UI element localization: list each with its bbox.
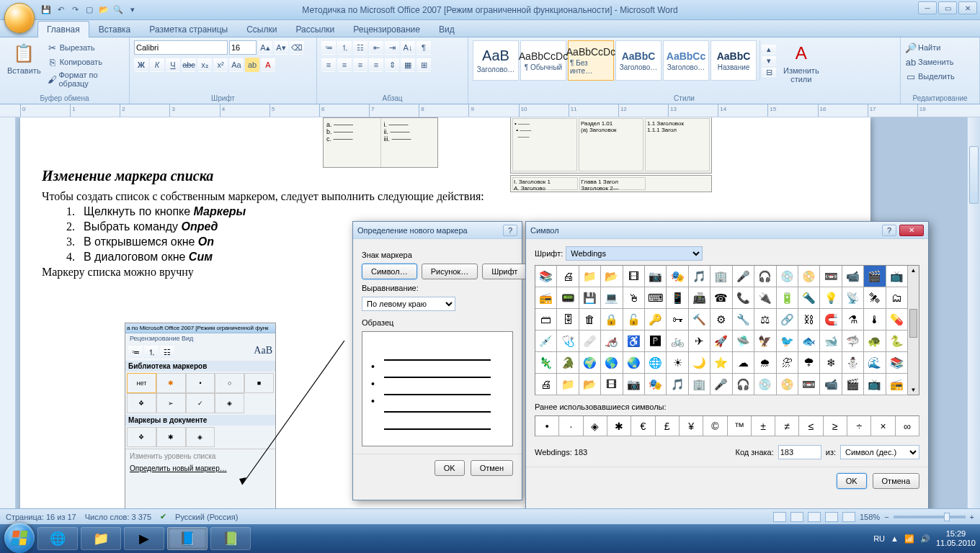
- italic-button[interactable]: К: [150, 58, 164, 72]
- superscript-button[interactable]: x²: [213, 58, 228, 72]
- page-status[interactable]: Страница: 16 из 17: [6, 513, 76, 521]
- multilevel-button[interactable]: ☷: [353, 40, 368, 55]
- cut-button[interactable]: ✂Вырезать: [47, 42, 125, 53]
- strike-button[interactable]: abc: [182, 58, 196, 72]
- tab-mailings[interactable]: Рассылки: [286, 21, 344, 37]
- font-name[interactable]: [134, 40, 228, 55]
- case-button[interactable]: Aa: [229, 58, 244, 72]
- symbol-grid[interactable]: 📚🖨📁📂🎞📷🎭🎵🏢🎤🎧💿📀📼📹🎬📺📻📟💾💻🖱⌨📱📠☎📞🔌🔋🔦💡📡🛰🗂🗃🗄🗑🔒🔓🔑…: [535, 265, 908, 395]
- cancel-button[interactable]: Отмена: [873, 473, 919, 489]
- show-marks-button[interactable]: ¶: [416, 40, 431, 55]
- close-icon[interactable]: ✕: [899, 225, 924, 236]
- taskbar-media[interactable]: ▶: [124, 527, 164, 550]
- indent-button[interactable]: ⇥: [385, 40, 399, 55]
- grow-font-button[interactable]: A▴: [258, 40, 272, 55]
- select-button[interactable]: ▭Выделить: [905, 71, 955, 82]
- help-icon[interactable]: ?: [882, 225, 896, 236]
- zoom-value[interactable]: 158%: [860, 513, 880, 521]
- print-layout-view[interactable]: [773, 512, 786, 522]
- font-color-button[interactable]: A: [261, 58, 275, 72]
- code-input[interactable]: [778, 445, 821, 459]
- highlight-button[interactable]: ab: [245, 58, 259, 72]
- change-styles-button[interactable]: A Изменить стили: [780, 40, 822, 85]
- web-layout-view[interactable]: [808, 512, 821, 522]
- help-icon[interactable]: ?: [503, 225, 517, 236]
- font-button[interactable]: Шрифт: [482, 264, 527, 279]
- new-icon[interactable]: ▢: [84, 4, 95, 16]
- tray-volume-icon[interactable]: 🔊: [920, 534, 930, 544]
- ok-button[interactable]: OK: [435, 460, 465, 476]
- save-icon[interactable]: 💾: [40, 4, 52, 16]
- picture-button[interactable]: Рисунок…: [422, 264, 478, 279]
- clock[interactable]: 15:2911.05.2010: [936, 529, 976, 548]
- grid-scrollbar[interactable]: ▲ ▼: [908, 265, 919, 395]
- styles-gallery[interactable]: AaBЗаголово… AaBbCcDc¶ Обычный AaBbCcDc¶…: [473, 40, 757, 81]
- vertical-ruler[interactable]: [0, 117, 16, 524]
- style-item[interactable]: AaBЗаголово…: [473, 40, 519, 81]
- dialog-titlebar[interactable]: Определение нового маркера ?: [353, 222, 522, 239]
- office-button[interactable]: [4, 3, 35, 33]
- word-count[interactable]: Число слов: 3 375: [85, 513, 151, 521]
- style-item[interactable]: AaBbCНазвание: [710, 40, 757, 81]
- cancel-button[interactable]: Отмен: [471, 460, 513, 476]
- open-icon[interactable]: 📂: [98, 4, 110, 16]
- align-left-button[interactable]: ≡: [321, 58, 336, 72]
- tab-layout[interactable]: Разметка страницы: [140, 21, 237, 37]
- from-select[interactable]: Символ (дес.): [840, 445, 919, 459]
- outline-view[interactable]: [825, 512, 838, 522]
- bold-button[interactable]: Ж: [134, 58, 148, 72]
- paste-button[interactable]: 📋 Вставить: [4, 40, 44, 76]
- taskbar-excel[interactable]: 📗: [210, 527, 251, 550]
- tab-insert[interactable]: Вставка: [89, 21, 141, 37]
- draft-view[interactable]: [842, 512, 855, 522]
- redo-icon[interactable]: ↷: [69, 4, 81, 16]
- tray-network-icon[interactable]: 📶: [904, 534, 914, 544]
- tray-flag-icon[interactable]: ▲: [891, 534, 899, 543]
- alignment-select[interactable]: По левому краю: [362, 297, 455, 311]
- horizontal-ruler[interactable]: 0123456789101112131415161718: [0, 104, 980, 117]
- minimize-button[interactable]: ─: [918, 1, 937, 14]
- zoom-out-icon[interactable]: −: [884, 513, 888, 521]
- full-screen-view[interactable]: [790, 512, 803, 522]
- shading-button[interactable]: ▦: [401, 58, 415, 72]
- gallery-down-icon[interactable]: ▾: [762, 55, 776, 66]
- taskbar-explorer[interactable]: 📁: [81, 527, 121, 550]
- sort-button[interactable]: A↓: [401, 40, 415, 55]
- font-size[interactable]: [229, 40, 257, 55]
- style-item[interactable]: AaBbCcЗаголово…: [663, 40, 709, 81]
- tab-view[interactable]: Вид: [429, 21, 464, 37]
- scroll-thumb[interactable]: [969, 146, 979, 204]
- align-right-button[interactable]: ≡: [353, 58, 368, 72]
- bullets-button[interactable]: ≔: [321, 40, 336, 55]
- recent-symbols[interactable]: •·◈✱€£¥©™±≠≤≥÷×∞: [535, 415, 919, 436]
- maximize-button[interactable]: ▭: [938, 1, 957, 14]
- tab-home[interactable]: Главная: [37, 21, 89, 37]
- tab-review[interactable]: Рецензирование: [344, 21, 429, 37]
- dialog-titlebar[interactable]: Символ ? ✕: [526, 222, 928, 239]
- copy-button[interactable]: ⎘Копировать: [47, 56, 125, 68]
- justify-button[interactable]: ≡: [369, 58, 383, 72]
- start-button[interactable]: [4, 523, 35, 553]
- find-button[interactable]: 🔎Найти: [905, 42, 940, 53]
- format-painter-button[interactable]: 🖌Формат по образцу: [47, 71, 125, 88]
- qat-menu-icon[interactable]: ▾: [127, 4, 138, 16]
- borders-button[interactable]: ⊞: [416, 58, 431, 72]
- underline-button[interactable]: Ч: [166, 58, 180, 72]
- gallery-up-icon[interactable]: ▴: [762, 44, 776, 54]
- outdent-button[interactable]: ⇤: [369, 40, 383, 55]
- gallery-more-icon[interactable]: ⊟: [762, 67, 776, 77]
- symbol-button[interactable]: Символ…: [362, 264, 417, 279]
- zoom-in-icon[interactable]: +: [970, 513, 974, 521]
- shrink-font-button[interactable]: A▾: [274, 40, 288, 55]
- zoom-slider[interactable]: [894, 516, 966, 518]
- style-item[interactable]: AaBbCcDc¶ Обычный: [520, 40, 566, 81]
- clear-format-button[interactable]: ⌫: [290, 40, 304, 55]
- preview-icon[interactable]: 🔍: [112, 4, 124, 16]
- numbering-button[interactable]: ⒈: [337, 40, 352, 55]
- align-center-button[interactable]: ≡: [337, 58, 352, 72]
- font-select[interactable]: Webdings: [566, 246, 703, 261]
- taskbar-word[interactable]: 📘: [167, 527, 208, 550]
- subscript-button[interactable]: x₂: [197, 58, 212, 72]
- undo-icon[interactable]: ↶: [55, 4, 66, 16]
- ok-button[interactable]: OK: [837, 473, 867, 489]
